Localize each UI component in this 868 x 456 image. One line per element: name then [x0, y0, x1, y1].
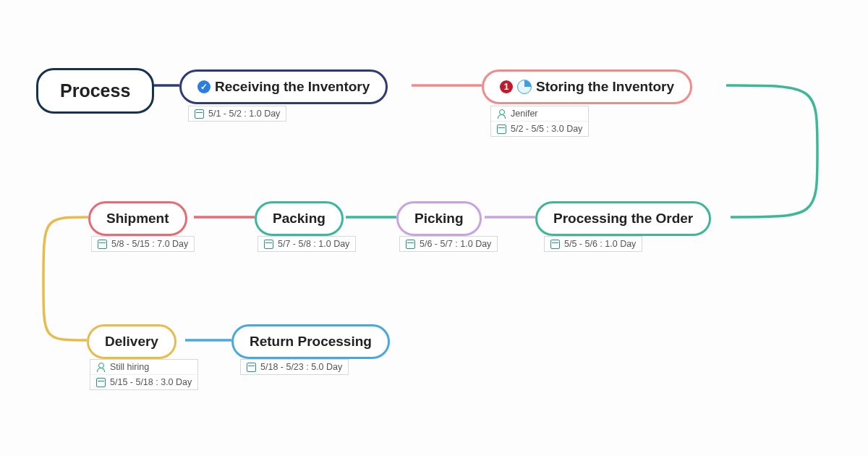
node-label: Storing the Inventory [536, 79, 674, 95]
node-return[interactable]: Return Processing [231, 324, 390, 359]
person-icon [497, 109, 506, 119]
meta-receiving: 5/1 - 5/2 : 1.0 Day [188, 106, 286, 122]
priority-icon: 1 [500, 80, 513, 93]
node-label: Processing the Order [553, 211, 693, 227]
node-delivery[interactable]: Delivery [87, 324, 176, 359]
meta-return: 5/18 - 5/23 : 5.0 Day [240, 359, 349, 375]
assignee: Still hiring [110, 362, 149, 372]
node-label: Delivery [105, 334, 158, 350]
calendar-icon [247, 363, 256, 372]
node-shipment[interactable]: Shipment [88, 201, 187, 236]
meta-packing: 5/7 - 5/8 : 1.0 Day [258, 236, 356, 252]
assignee: Jenifer [511, 109, 538, 119]
date-range: 5/1 - 5/2 : 1.0 Day [208, 109, 280, 119]
date-range: 5/2 - 5/5 : 3.0 Day [511, 124, 582, 134]
date-range: 5/7 - 5/8 : 1.0 Day [278, 239, 349, 249]
calendar-icon [497, 124, 506, 134]
calendar-icon [550, 240, 560, 249]
date-range: 5/8 - 5/15 : 7.0 Day [111, 239, 188, 249]
node-storing[interactable]: 1 Storing the Inventory [482, 69, 692, 104]
node-label: Packing [273, 211, 326, 227]
node-receiving[interactable]: ✓ Receiving the Inventory [179, 69, 388, 104]
node-picking[interactable]: Picking [396, 201, 482, 236]
node-processing[interactable]: Processing the Order [535, 201, 711, 236]
calendar-icon [406, 240, 415, 249]
meta-processing: 5/5 - 5/6 : 1.0 Day [544, 236, 642, 252]
check-icon: ✓ [197, 80, 210, 93]
calendar-icon [98, 240, 107, 249]
date-range: 5/18 - 5/23 : 5.0 Day [260, 362, 342, 372]
meta-picking: 5/6 - 5/7 : 1.0 Day [399, 236, 498, 252]
node-process[interactable]: Process [36, 68, 154, 114]
node-label: Return Processing [250, 334, 372, 350]
date-range: 5/5 - 5/6 : 1.0 Day [564, 239, 636, 249]
node-label: Process [60, 80, 130, 101]
calendar-icon [96, 378, 106, 387]
date-range: 5/6 - 5/7 : 1.0 Day [420, 239, 491, 249]
person-icon [96, 363, 106, 372]
progress-icon [517, 80, 532, 94]
calendar-icon [195, 109, 204, 119]
node-label: Receiving the Inventory [215, 79, 370, 95]
node-label: Picking [414, 211, 464, 227]
meta-shipment: 5/8 - 5/15 : 7.0 Day [91, 236, 195, 252]
meta-storing: Jenifer 5/2 - 5/5 : 3.0 Day [490, 106, 589, 137]
meta-delivery: Still hiring 5/15 - 5/18 : 3.0 Day [90, 359, 198, 390]
node-packing[interactable]: Packing [255, 201, 344, 236]
calendar-icon [264, 240, 273, 249]
date-range: 5/15 - 5/18 : 3.0 Day [110, 377, 192, 387]
node-label: Shipment [106, 211, 169, 227]
